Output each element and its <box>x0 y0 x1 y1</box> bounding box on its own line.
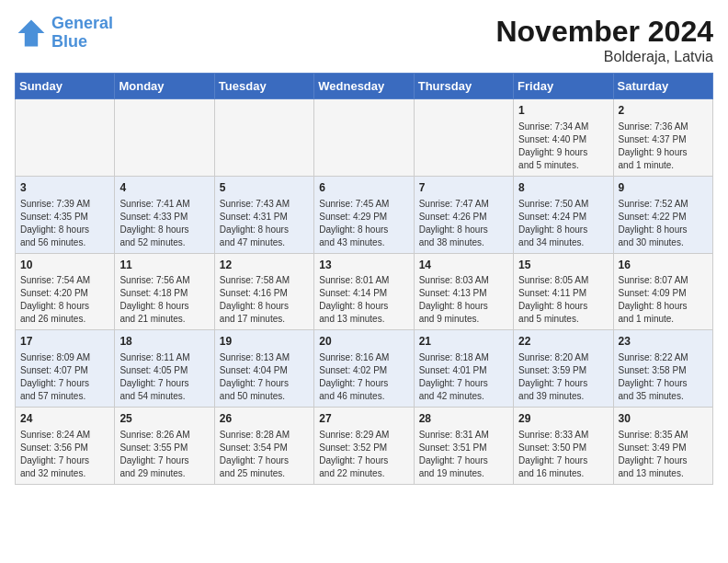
weekday-header-cell: Thursday <box>414 74 513 99</box>
day-info-line: Daylight: 8 hours <box>119 224 209 236</box>
day-info-line: Sunset: 3:58 PM <box>619 364 708 377</box>
day-info-line: Sunset: 4:31 PM <box>220 211 309 224</box>
weekday-header-cell: Monday <box>115 74 214 99</box>
title-block: November 2024 Bolderaja, Latvia <box>495 15 713 65</box>
day-number: 22 <box>518 334 608 350</box>
weekday-header-cell: Sunday <box>16 74 115 99</box>
day-number: 25 <box>119 411 209 427</box>
day-info-line: Sunrise: 8:01 AM <box>319 274 408 287</box>
calendar-week-row: 17Sunrise: 8:09 AMSunset: 4:07 PMDayligh… <box>16 330 713 408</box>
day-number: 20 <box>319 334 408 350</box>
day-info-line: and 30 minutes. <box>619 236 708 249</box>
day-info-line: Sunrise: 8:13 AM <box>220 351 309 364</box>
calendar-cell: 29Sunrise: 8:33 AMSunset: 3:50 PMDayligh… <box>514 408 613 485</box>
day-info-line: and 54 minutes. <box>119 390 209 403</box>
day-info-line: and 39 minutes. <box>518 390 608 403</box>
day-number: 24 <box>20 411 109 427</box>
day-number: 16 <box>619 258 708 273</box>
calendar-cell: 3Sunrise: 7:39 AMSunset: 4:35 PMDaylight… <box>16 176 115 253</box>
calendar-cell: 8Sunrise: 7:50 AMSunset: 4:24 PMDaylight… <box>514 176 613 253</box>
day-info-line: Sunset: 4:13 PM <box>419 287 508 300</box>
month-title: November 2024 <box>495 15 713 49</box>
day-info-line: Sunset: 4:20 PM <box>20 287 109 300</box>
day-info-line: Daylight: 8 hours <box>419 224 508 236</box>
day-info-line: and 43 minutes. <box>319 236 408 249</box>
calendar-cell: 15Sunrise: 8:05 AMSunset: 4:11 PMDayligh… <box>514 253 613 330</box>
calendar-cell: 20Sunrise: 8:16 AMSunset: 4:02 PMDayligh… <box>314 330 414 408</box>
day-info-line: and 38 minutes. <box>419 236 508 249</box>
weekday-header-row: SundayMondayTuesdayWednesdayThursdayFrid… <box>16 74 713 99</box>
day-number: 2 <box>619 103 708 119</box>
day-info-line: Sunset: 3:52 PM <box>319 442 408 454</box>
calendar-cell: 10Sunrise: 7:54 AMSunset: 4:20 PMDayligh… <box>16 253 115 330</box>
day-info-line: Sunrise: 7:56 AM <box>119 274 209 287</box>
day-info-line: Sunrise: 8:18 AM <box>419 351 508 364</box>
day-info-line: Sunset: 3:55 PM <box>119 442 209 454</box>
day-info-line: and 25 minutes. <box>220 467 309 480</box>
day-info-line: and 21 minutes. <box>119 313 209 326</box>
calendar-cell: 7Sunrise: 7:47 AMSunset: 4:26 PMDaylight… <box>414 176 513 253</box>
calendar-cell: 21Sunrise: 8:18 AMSunset: 4:01 PMDayligh… <box>414 330 513 408</box>
calendar-cell <box>115 99 214 177</box>
day-info-line: Sunrise: 8:05 AM <box>518 274 608 287</box>
day-info-line: and 1 minute. <box>619 313 708 326</box>
calendar-cell: 13Sunrise: 8:01 AMSunset: 4:14 PMDayligh… <box>314 253 414 330</box>
calendar-table: SundayMondayTuesdayWednesdayThursdayFrid… <box>15 73 713 485</box>
calendar-cell <box>214 99 313 177</box>
day-info-line: Sunset: 4:18 PM <box>119 287 209 300</box>
day-info-line: and 13 minutes. <box>619 467 708 480</box>
day-info-line: Daylight: 7 hours <box>119 454 209 467</box>
day-info-line: Sunrise: 7:43 AM <box>220 198 309 211</box>
day-info-line: and 22 minutes. <box>319 467 408 480</box>
day-info-line: and 1 minute. <box>619 159 708 172</box>
day-info-line: Sunrise: 7:52 AM <box>619 198 708 211</box>
day-info-line: Sunrise: 8:16 AM <box>319 351 408 364</box>
day-number: 13 <box>319 258 408 273</box>
day-info-line: Sunset: 3:49 PM <box>619 442 708 454</box>
day-number: 21 <box>419 334 508 350</box>
day-info-line: Sunrise: 7:39 AM <box>20 198 109 211</box>
calendar-cell: 9Sunrise: 7:52 AMSunset: 4:22 PMDaylight… <box>613 176 712 253</box>
day-info-line: Sunset: 4:40 PM <box>518 133 608 146</box>
day-number: 12 <box>220 258 309 273</box>
day-info-line: Sunset: 4:14 PM <box>319 287 408 300</box>
calendar-week-row: 24Sunrise: 8:24 AMSunset: 3:56 PMDayligh… <box>16 408 713 485</box>
day-info-line: Sunrise: 7:47 AM <box>419 198 508 211</box>
day-info-line: Daylight: 7 hours <box>619 377 708 390</box>
day-info-line: Sunset: 3:51 PM <box>419 442 508 454</box>
day-number: 29 <box>518 411 608 427</box>
day-info-line: Sunset: 4:29 PM <box>319 211 408 224</box>
day-info-line: Daylight: 9 hours <box>518 146 608 159</box>
day-info-line: and 29 minutes. <box>119 467 209 480</box>
day-number: 18 <box>119 334 209 350</box>
calendar-body: 1Sunrise: 7:34 AMSunset: 4:40 PMDaylight… <box>16 99 713 485</box>
calendar-cell: 26Sunrise: 8:28 AMSunset: 3:54 PMDayligh… <box>214 408 313 485</box>
day-info-line: and 13 minutes. <box>319 313 408 326</box>
day-info-line: Sunset: 3:56 PM <box>20 442 109 454</box>
day-info-line: Daylight: 7 hours <box>419 377 508 390</box>
day-info-line: Sunrise: 7:41 AM <box>119 198 209 211</box>
calendar-cell: 22Sunrise: 8:20 AMSunset: 3:59 PMDayligh… <box>514 330 613 408</box>
day-info-line: Daylight: 8 hours <box>319 300 408 313</box>
day-info-line: Daylight: 8 hours <box>319 224 408 236</box>
page-header: General Blue November 2024 Bolderaja, La… <box>15 15 713 65</box>
day-info-line: Sunrise: 7:34 AM <box>518 121 608 133</box>
day-info-line: Sunset: 3:54 PM <box>220 442 309 454</box>
day-info-line: Sunrise: 7:58 AM <box>220 274 309 287</box>
day-info-line: Daylight: 7 hours <box>220 377 309 390</box>
day-info-line: and 17 minutes. <box>220 313 309 326</box>
calendar-cell: 16Sunrise: 8:07 AMSunset: 4:09 PMDayligh… <box>613 253 712 330</box>
day-info-line: Sunrise: 8:33 AM <box>518 429 608 442</box>
day-info-line: and 50 minutes. <box>220 390 309 403</box>
logo-text: General Blue <box>51 15 113 52</box>
calendar-cell <box>414 99 513 177</box>
day-number: 1 <box>518 103 608 119</box>
weekday-header-cell: Wednesday <box>314 74 414 99</box>
day-info-line: Sunset: 4:09 PM <box>619 287 708 300</box>
svg-marker-0 <box>18 19 45 46</box>
day-number: 10 <box>20 258 109 273</box>
day-info-line: Daylight: 8 hours <box>20 300 109 313</box>
day-info-line: and 46 minutes. <box>319 390 408 403</box>
day-info-line: Daylight: 7 hours <box>319 454 408 467</box>
location: Bolderaja, Latvia <box>495 49 713 65</box>
